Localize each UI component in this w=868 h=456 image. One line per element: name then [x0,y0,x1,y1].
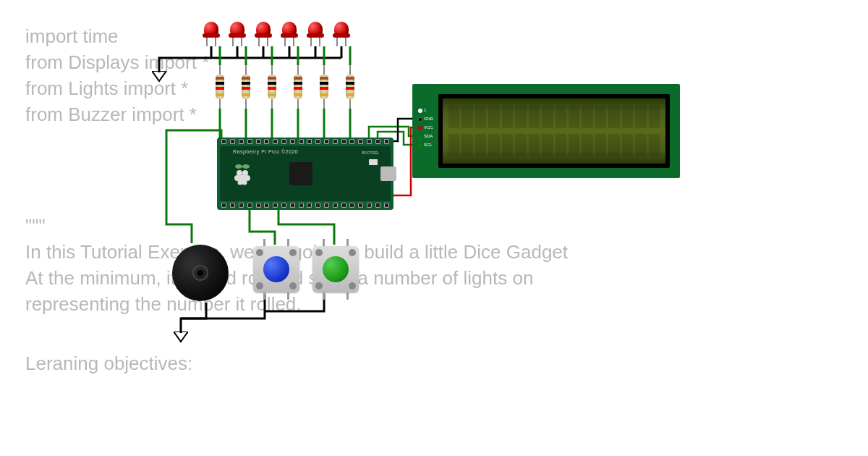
led-icon [203,22,220,43]
pico-pins-bottom [217,201,393,210]
raspberry-logo-icon [233,164,252,190]
resistor-icon [320,65,328,109]
buzzer-icon [172,245,229,301]
ground-symbol-icon [152,71,166,83]
pico-chip-icon [289,162,312,185]
code-line: """ [25,213,46,239]
pico-usb-icon [380,166,396,181]
ground-symbol-icon [174,332,188,343]
svg-point-1 [242,164,250,169]
bootsel-button [369,159,378,165]
raspberry-pi-pico: Raspberry Pi Pico ©2020 BOOTSEL [217,138,393,210]
resistor-icon [216,65,224,109]
svg-point-7 [238,180,243,185]
pico-label: Raspberry Pi Pico ©2020 [233,149,298,154]
lcd-pin-label: 1 [424,108,426,112]
led-icon [229,22,246,43]
pico-pins-top [217,138,393,146]
lcd-pin-label: VCC [424,125,433,130]
lcd-screen [438,94,670,168]
svg-point-8 [242,180,247,185]
resistor-icon [242,65,250,109]
lcd-pin-label: SDA [424,134,433,138]
lcd-row [448,106,660,128]
bootsel-label: BOOTSEL [362,151,379,155]
circuit-diagram: Raspberry Pi Pico ©2020 BOOTSEL 1 GND [152,22,716,369]
resistor-icon [346,65,354,109]
resistor-icon [294,65,302,109]
led-icon [333,22,350,43]
svg-point-0 [235,164,242,169]
led-icon [281,22,298,43]
code-line: import time [25,23,119,49]
led-icon [307,22,324,43]
pushbutton-blue [253,246,299,292]
lcd-pin-label: GND [424,117,433,121]
led-icon [255,22,272,43]
lcd-display: 1 GND VCC SDA SCL [412,84,680,178]
lcd-row [448,134,660,156]
lcd-pin-label: SCL [424,143,433,147]
resistor-icon [268,65,276,109]
pushbutton-green [312,246,359,292]
